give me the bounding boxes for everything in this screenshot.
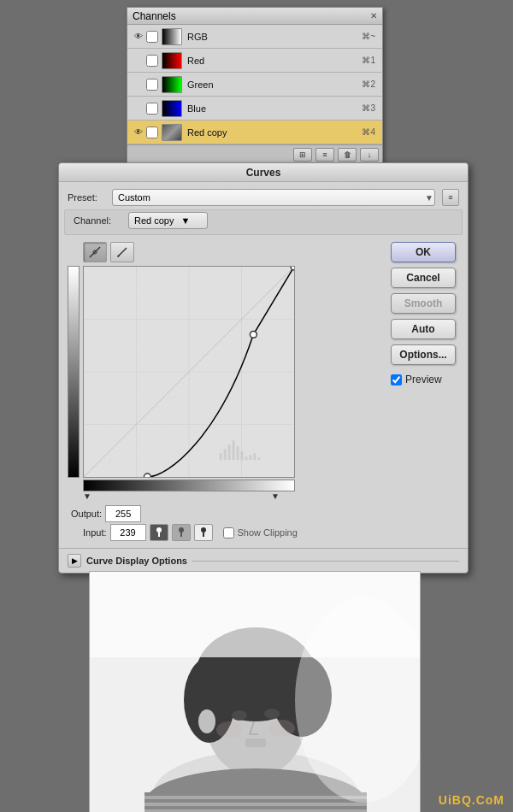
channel-row-rgb[interactable]: 👁 RGB ⌘~ (127, 25, 382, 49)
channel-row-redcopy[interactable]: 👁 Red copy ⌘4 (127, 121, 382, 144)
channel-label: Channel: (74, 215, 125, 226)
curve-display-toggle[interactable]: ▶ (68, 554, 81, 568)
input-gradient-strip (83, 480, 295, 491)
eye-icon-rgb[interactable]: 👁 (131, 29, 146, 44)
channel-value: Red copy (134, 215, 174, 226)
preset-options-button[interactable]: ≡ (442, 189, 459, 206)
svg-rect-22 (233, 440, 235, 460)
channel-thumb-rgb (162, 28, 182, 45)
channel-thumb-blue (162, 100, 182, 117)
channel-shortcut-rgb: ⌘~ (362, 32, 375, 41)
channel-thumb-green (162, 76, 182, 93)
options-button[interactable]: Options... (391, 344, 456, 365)
divider (192, 561, 459, 562)
checkbox-blue[interactable] (146, 103, 158, 115)
white-point-marker[interactable]: ▼ (271, 491, 280, 501)
svg-point-49 (264, 709, 280, 719)
photo-image (90, 572, 420, 812)
svg-point-34 (179, 527, 184, 533)
checkbox-red[interactable] (146, 55, 158, 67)
white-eyedropper-button[interactable] (194, 524, 213, 541)
channels-close-button[interactable]: ✕ (370, 11, 377, 21)
black-point-marker[interactable]: ▼ (83, 491, 91, 501)
curve-point-tool[interactable] (83, 242, 107, 262)
svg-point-29 (144, 474, 150, 477)
checkbox-green[interactable] (146, 79, 158, 91)
svg-rect-25 (245, 456, 247, 460)
auto-button[interactable]: Auto (391, 319, 456, 339)
checkbox-rgb[interactable] (146, 31, 158, 43)
svg-rect-56 (144, 796, 367, 799)
svg-rect-27 (253, 453, 256, 460)
svg-rect-55 (144, 792, 367, 812)
channel-shortcut-green: ⌘2 (362, 79, 375, 89)
svg-point-32 (156, 527, 162, 533)
svg-line-1 (118, 248, 127, 256)
show-clipping-checkbox[interactable] (223, 527, 234, 538)
svg-point-48 (232, 710, 247, 721)
svg-rect-37 (203, 533, 204, 537)
channel-shortcut-red: ⌘1 (362, 56, 375, 65)
svg-point-51 (269, 720, 295, 737)
watermark: UiBQ.CoM (439, 793, 504, 807)
channels-delete-btn[interactable]: 🗑 (338, 148, 357, 162)
preview-label: Preview (405, 374, 442, 385)
photo-svg (90, 572, 420, 812)
curve-display-label: Curve Display Options (86, 556, 187, 566)
preset-value: Custom (118, 192, 150, 203)
channel-thumb-redcopy (162, 124, 182, 141)
channel-dropdown-arrow: ▼ (180, 215, 190, 226)
svg-rect-57 (144, 803, 367, 806)
svg-rect-26 (249, 455, 251, 460)
svg-rect-28 (257, 457, 260, 460)
output-label: Output: (71, 509, 102, 519)
svg-rect-33 (158, 533, 160, 537)
input-slider[interactable]: ▼ ▼ (83, 491, 295, 502)
show-clipping-option[interactable]: Show Clipping (223, 527, 298, 538)
cancel-button[interactable]: Cancel (391, 268, 456, 288)
preview-row: Preview (391, 374, 459, 385)
channels-new-btn[interactable]: ⊞ (293, 148, 312, 162)
output-value-input[interactable]: 255 (105, 505, 141, 522)
channels-panel: Channels ✕ 👁 RGB ⌘~ 👁 Red ⌘1 👁 Green ⌘2 … (127, 7, 383, 164)
svg-rect-21 (228, 444, 231, 460)
black-eyedropper-button[interactable] (150, 524, 168, 541)
ok-button[interactable]: OK (391, 242, 456, 262)
channels-options-btn[interactable]: ≡ (315, 148, 334, 162)
smooth-button[interactable]: Smooth (391, 293, 456, 314)
svg-rect-20 (224, 449, 227, 460)
eye-icon-redcopy[interactable]: 👁 (131, 125, 146, 140)
input-label: Input: (83, 527, 107, 538)
channels-titlebar: Channels ✕ (127, 8, 382, 25)
gray-eyedropper-button[interactable] (172, 524, 191, 541)
svg-rect-23 (237, 446, 239, 460)
channel-shortcut-redcopy: ⌘4 (362, 127, 375, 137)
channel-name-rgb: RGB (187, 32, 362, 42)
svg-point-52 (198, 709, 215, 733)
svg-rect-24 (241, 451, 244, 460)
svg-rect-53 (245, 738, 266, 747)
channel-row-blue[interactable]: 👁 Blue ⌘3 (127, 97, 382, 121)
channel-row-red[interactable]: 👁 Red ⌘1 (127, 49, 382, 73)
svg-rect-19 (220, 453, 222, 460)
channels-load-btn[interactable]: ↓ (360, 148, 379, 162)
preset-select[interactable]: Custom (112, 189, 435, 206)
channel-name-redcopy: Red copy (187, 127, 362, 138)
curves-title: Curves (59, 163, 468, 182)
svg-point-36 (201, 527, 206, 533)
preview-checkbox[interactable] (391, 374, 402, 385)
svg-rect-35 (180, 533, 182, 537)
curves-buttons: OK Cancel Smooth Auto Options... Preview (391, 242, 459, 541)
curve-canvas[interactable] (83, 266, 295, 478)
channel-row-green[interactable]: 👁 Green ⌘2 (127, 73, 382, 97)
channel-thumb-red (162, 52, 182, 69)
channel-shortcut-blue: ⌘3 (362, 103, 375, 113)
input-value-input[interactable]: 239 (110, 524, 146, 541)
channel-select[interactable]: Red copy ▼ (128, 212, 208, 229)
photo-container (89, 571, 421, 812)
channels-title: Channels (133, 10, 176, 22)
show-clipping-label: Show Clipping (238, 527, 298, 538)
channel-name-green: Green (187, 79, 362, 90)
checkbox-redcopy[interactable] (146, 127, 158, 138)
curve-pencil-tool[interactable] (110, 242, 134, 262)
